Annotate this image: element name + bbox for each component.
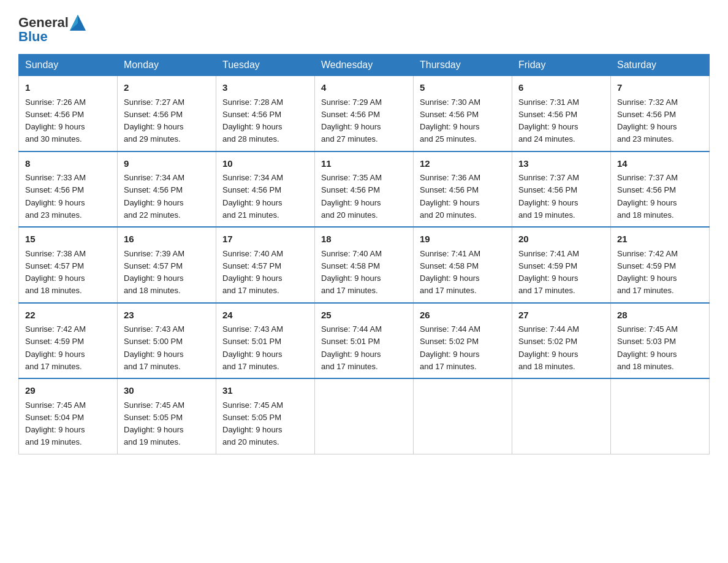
day-cell: 22Sunrise: 7:42 AMSunset: 4:59 PMDayligh… — [19, 303, 118, 379]
day-info: Sunrise: 7:27 AMSunset: 4:56 PMDaylight:… — [124, 98, 184, 144]
day-number: 17 — [222, 232, 308, 247]
day-cell: 5Sunrise: 7:30 AMSunset: 4:56 PMDaylight… — [414, 76, 512, 151]
day-info: Sunrise: 7:28 AMSunset: 4:56 PMDaylight:… — [222, 98, 283, 144]
day-cell: 30Sunrise: 7:45 AMSunset: 5:05 PMDayligh… — [118, 378, 216, 454]
day-cell: 2Sunrise: 7:27 AMSunset: 4:56 PMDaylight… — [118, 76, 216, 151]
day-cell: 28Sunrise: 7:45 AMSunset: 5:03 PMDayligh… — [611, 303, 710, 379]
day-number: 15 — [25, 232, 111, 247]
day-info: Sunrise: 7:44 AMSunset: 5:02 PMDaylight:… — [420, 324, 480, 371]
day-info: Sunrise: 7:30 AMSunset: 4:56 PMDaylight:… — [420, 98, 480, 144]
logo-general: General — [18, 15, 69, 30]
header-cell-tuesday: Tuesday — [216, 55, 315, 76]
calendar-header: SundayMondayTuesdayWednesdayThursdayFrid… — [19, 55, 710, 76]
header-cell-monday: Monday — [118, 55, 216, 76]
day-number: 26 — [420, 308, 506, 323]
day-cell: 3Sunrise: 7:28 AMSunset: 4:56 PMDaylight… — [216, 76, 315, 151]
day-info: Sunrise: 7:26 AMSunset: 4:56 PMDaylight:… — [25, 98, 86, 144]
day-info: Sunrise: 7:44 AMSunset: 5:02 PMDaylight:… — [518, 324, 579, 371]
day-info: Sunrise: 7:45 AMSunset: 5:03 PMDaylight:… — [617, 324, 678, 371]
day-cell: 15Sunrise: 7:38 AMSunset: 4:57 PMDayligh… — [19, 227, 118, 303]
week-row-1: 1Sunrise: 7:26 AMSunset: 4:56 PMDaylight… — [19, 76, 710, 151]
day-info: Sunrise: 7:43 AMSunset: 5:00 PMDaylight:… — [124, 324, 184, 371]
day-cell: 6Sunrise: 7:31 AMSunset: 4:56 PMDaylight… — [512, 76, 611, 151]
day-number: 28 — [617, 308, 703, 323]
day-cell: 23Sunrise: 7:43 AMSunset: 5:00 PMDayligh… — [118, 303, 216, 379]
day-number: 30 — [124, 384, 210, 398]
day-number: 8 — [25, 157, 111, 171]
day-info: Sunrise: 7:42 AMSunset: 4:59 PMDaylight:… — [617, 249, 678, 296]
day-info: Sunrise: 7:45 AMSunset: 5:05 PMDaylight:… — [222, 400, 283, 447]
day-number: 22 — [25, 308, 111, 323]
week-row-4: 22Sunrise: 7:42 AMSunset: 4:59 PMDayligh… — [19, 303, 710, 379]
day-number: 31 — [222, 384, 308, 398]
day-info: Sunrise: 7:44 AMSunset: 5:01 PMDaylight:… — [321, 324, 382, 371]
day-cell: 12Sunrise: 7:36 AMSunset: 4:56 PMDayligh… — [414, 151, 512, 228]
day-cell: 9Sunrise: 7:34 AMSunset: 4:56 PMDaylight… — [118, 151, 216, 228]
calendar-table: SundayMondayTuesdayWednesdayThursdayFrid… — [18, 54, 710, 454]
header-cell-wednesday: Wednesday — [315, 55, 414, 76]
day-info: Sunrise: 7:42 AMSunset: 4:59 PMDaylight:… — [25, 324, 86, 371]
day-number: 25 — [321, 308, 407, 323]
day-number: 10 — [222, 157, 308, 171]
day-number: 3 — [222, 81, 308, 95]
day-info: Sunrise: 7:41 AMSunset: 4:59 PMDaylight:… — [518, 249, 579, 296]
day-info: Sunrise: 7:39 AMSunset: 4:57 PMDaylight:… — [124, 249, 184, 296]
day-number: 1 — [25, 81, 111, 95]
day-cell — [512, 378, 611, 454]
day-info: Sunrise: 7:33 AMSunset: 4:56 PMDaylight:… — [25, 173, 86, 220]
day-info: Sunrise: 7:40 AMSunset: 4:58 PMDaylight:… — [321, 249, 382, 296]
day-info: Sunrise: 7:36 AMSunset: 4:56 PMDaylight:… — [420, 173, 480, 220]
day-info: Sunrise: 7:41 AMSunset: 4:58 PMDaylight:… — [420, 249, 480, 296]
day-number: 11 — [321, 157, 407, 171]
day-number: 14 — [617, 157, 703, 171]
day-cell: 25Sunrise: 7:44 AMSunset: 5:01 PMDayligh… — [315, 303, 414, 379]
day-cell: 7Sunrise: 7:32 AMSunset: 4:56 PMDaylight… — [611, 76, 710, 151]
day-cell: 27Sunrise: 7:44 AMSunset: 5:02 PMDayligh… — [512, 303, 611, 379]
day-number: 20 — [518, 232, 604, 247]
day-cell: 8Sunrise: 7:33 AMSunset: 4:56 PMDaylight… — [19, 151, 118, 228]
day-info: Sunrise: 7:37 AMSunset: 4:56 PMDaylight:… — [617, 173, 678, 220]
day-cell: 21Sunrise: 7:42 AMSunset: 4:59 PMDayligh… — [611, 227, 710, 303]
header-cell-friday: Friday — [512, 55, 611, 76]
header-row: SundayMondayTuesdayWednesdayThursdayFrid… — [19, 55, 710, 76]
day-info: Sunrise: 7:32 AMSunset: 4:56 PMDaylight:… — [617, 98, 678, 144]
day-cell — [414, 378, 512, 454]
day-info: Sunrise: 7:45 AMSunset: 5:04 PMDaylight:… — [25, 400, 86, 447]
day-cell — [315, 378, 414, 454]
day-info: Sunrise: 7:31 AMSunset: 4:56 PMDaylight:… — [518, 98, 579, 144]
day-cell: 26Sunrise: 7:44 AMSunset: 5:02 PMDayligh… — [414, 303, 512, 379]
day-number: 18 — [321, 232, 407, 247]
day-number: 7 — [617, 81, 703, 95]
logo-blue: Blue — [18, 29, 86, 44]
week-row-5: 29Sunrise: 7:45 AMSunset: 5:04 PMDayligh… — [19, 378, 710, 454]
day-cell: 16Sunrise: 7:39 AMSunset: 4:57 PMDayligh… — [118, 227, 216, 303]
day-number: 19 — [420, 232, 506, 247]
day-cell: 20Sunrise: 7:41 AMSunset: 4:59 PMDayligh… — [512, 227, 611, 303]
day-number: 16 — [124, 232, 210, 247]
logo-icon — [70, 15, 86, 31]
day-cell: 13Sunrise: 7:37 AMSunset: 4:56 PMDayligh… — [512, 151, 611, 228]
day-cell: 11Sunrise: 7:35 AMSunset: 4:56 PMDayligh… — [315, 151, 414, 228]
day-cell: 29Sunrise: 7:45 AMSunset: 5:04 PMDayligh… — [19, 378, 118, 454]
day-cell — [611, 378, 710, 454]
header-cell-saturday: Saturday — [611, 55, 710, 76]
day-info: Sunrise: 7:38 AMSunset: 4:57 PMDaylight:… — [25, 249, 86, 296]
day-info: Sunrise: 7:45 AMSunset: 5:05 PMDaylight:… — [124, 400, 184, 447]
day-cell: 24Sunrise: 7:43 AMSunset: 5:01 PMDayligh… — [216, 303, 315, 379]
day-number: 27 — [518, 308, 604, 323]
day-cell: 19Sunrise: 7:41 AMSunset: 4:58 PMDayligh… — [414, 227, 512, 303]
top-section: General Blue — [18, 15, 710, 44]
day-cell: 4Sunrise: 7:29 AMSunset: 4:56 PMDaylight… — [315, 76, 414, 151]
day-number: 21 — [617, 232, 703, 247]
header-cell-thursday: Thursday — [414, 55, 512, 76]
day-number: 9 — [124, 157, 210, 171]
day-cell: 31Sunrise: 7:45 AMSunset: 5:05 PMDayligh… — [216, 378, 315, 454]
day-cell: 10Sunrise: 7:34 AMSunset: 4:56 PMDayligh… — [216, 151, 315, 228]
day-number: 4 — [321, 81, 407, 95]
day-info: Sunrise: 7:43 AMSunset: 5:01 PMDaylight:… — [222, 324, 283, 371]
day-cell: 17Sunrise: 7:40 AMSunset: 4:57 PMDayligh… — [216, 227, 315, 303]
header-cell-sunday: Sunday — [19, 55, 118, 76]
day-number: 23 — [124, 308, 210, 323]
day-cell: 1Sunrise: 7:26 AMSunset: 4:56 PMDaylight… — [19, 76, 118, 151]
day-number: 12 — [420, 157, 506, 171]
